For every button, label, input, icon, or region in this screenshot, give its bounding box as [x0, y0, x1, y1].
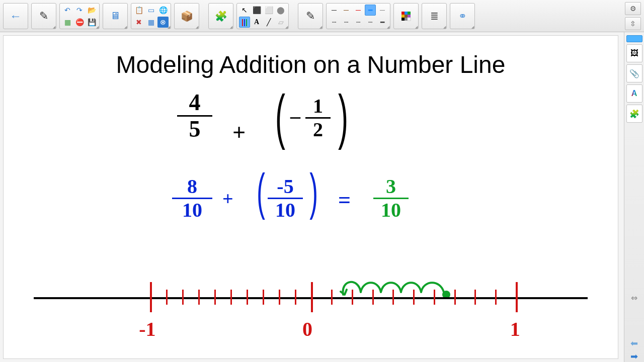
palette-panel: [393, 3, 419, 29]
svg-rect-2: [408, 12, 411, 15]
pen-panel: ✎: [31, 3, 56, 29]
svg-rect-5: [408, 15, 411, 18]
line-dash1-button[interactable]: ┄: [329, 17, 340, 28]
svg-rect-3: [401, 15, 405, 18]
page-title: Modeling Addition on a Number Line: [4, 51, 618, 78]
grn-den: 10: [373, 200, 409, 220]
display-panel: 🖥: [103, 3, 128, 29]
blu-f1-num: 8: [172, 176, 212, 197]
text-style-button[interactable]: A: [626, 84, 642, 103]
gallery-button[interactable]: 🖼: [626, 44, 642, 62]
open-button[interactable]: 📂: [86, 5, 97, 16]
pen-tool-button[interactable]: ✎: [34, 6, 54, 26]
line-thick-button[interactable]: ━: [377, 17, 388, 28]
line-dash2-button[interactable]: ┄: [341, 17, 352, 28]
blu-f2-den: 10: [268, 200, 303, 220]
teacher-display-button[interactable]: 🖥: [105, 6, 125, 26]
numline-neg1: -1: [139, 317, 155, 341]
toolbox-button[interactable]: 📦: [177, 6, 197, 26]
next-page-button[interactable]: ➡: [626, 351, 642, 362]
line-dash3-button[interactable]: ┄: [353, 17, 364, 28]
vertical-resize-button[interactable]: ⇳: [625, 17, 641, 30]
line-red-button[interactable]: ─: [353, 5, 364, 16]
align-button[interactable]: ≣: [424, 6, 444, 26]
svg-rect-0: [401, 12, 405, 15]
erase-area-button[interactable]: ▱: [275, 17, 286, 28]
clipboard-panel: 📋 ▭ 🌐 ✖ ▦ ⊗: [131, 3, 171, 29]
horizontal-resize-button[interactable]: ⇔: [626, 292, 642, 304]
new-page-button[interactable]: ▦: [62, 17, 73, 28]
eraser-large-button[interactable]: ⬤: [275, 5, 286, 16]
right-sidebar: 🖼 📎 A 🧩 ⇔ ⬅ ➡: [624, 32, 644, 362]
blk-plus: +: [232, 121, 246, 144]
blu-lparen: (: [257, 166, 265, 217]
grn-num: 3: [373, 176, 409, 197]
blu-f1-den: 10: [172, 200, 212, 220]
canvas[interactable]: Modeling Addition on a Number Line 4 5 +…: [3, 35, 618, 359]
tab-pages-button[interactable]: [626, 35, 642, 42]
pointer-button[interactable]: ↖: [239, 5, 250, 16]
color-palette-button[interactable]: [396, 6, 416, 26]
corner-controls: ⚙ ⇳: [625, 2, 642, 30]
table-button[interactable]: ▦: [145, 17, 156, 28]
select-object-button[interactable]: ⬛: [251, 5, 262, 16]
svg-rect-6: [401, 18, 405, 21]
cut-button[interactable]: ✖: [133, 17, 144, 28]
back-button[interactable]: ←: [6, 6, 26, 26]
blk-f1-num: 4: [177, 91, 212, 114]
attachments-button[interactable]: 📎: [626, 64, 642, 82]
blk-rparen: ): [338, 86, 348, 146]
stroke-style-button[interactable]: ✎: [300, 6, 320, 26]
close-button[interactable]: ⊗: [157, 17, 169, 28]
blu-f2-num: -5: [268, 176, 303, 197]
svg-rect-8: [408, 18, 411, 21]
line-grey-button[interactable]: ─: [377, 5, 388, 16]
select-panel: ↖ ⬛ ⬜ ⬤ ||| A ╱ ▱: [236, 3, 289, 29]
svg-rect-7: [405, 18, 408, 21]
line-cyan-button[interactable]: ━: [365, 5, 376, 16]
line-thin-button[interactable]: ─: [329, 5, 340, 16]
text-button[interactable]: A: [251, 17, 262, 28]
link-panel: ⚭: [450, 3, 475, 29]
svg-rect-1: [405, 12, 408, 15]
blk-neg: –: [290, 106, 300, 126]
line-brown-button[interactable]: ─: [341, 5, 352, 16]
lines-panel: ─ ─ ─ ━ ─ ┄ ┄ ┄ ┄ ━: [326, 3, 390, 29]
prev-page-button[interactable]: ⬅: [626, 338, 642, 349]
number-line: -1 0 1: [34, 297, 588, 299]
blu-plus: +: [222, 189, 233, 208]
numline-one: 1: [510, 317, 520, 341]
svg-rect-4: [405, 15, 408, 18]
box-panel: 📦: [174, 3, 199, 29]
blk-fi-num: 1: [305, 96, 331, 116]
addons-side-button[interactable]: 🧩: [626, 105, 642, 123]
web-button[interactable]: 🌐: [157, 5, 169, 16]
blu-rparen: ): [309, 166, 318, 217]
numline-zero: 0: [302, 317, 312, 341]
main-toolbar: ← ✎ ↶ ↷ 📂 ▦ ⛔ 💾 🖥 📋 ▭ 🌐 ✖ ▦ ⊗: [0, 0, 644, 32]
redo-button[interactable]: ↷: [74, 5, 85, 16]
file-panel: ↶ ↷ 📂 ▦ ⛔ 💾: [59, 3, 100, 29]
multipen-button[interactable]: |||: [239, 17, 250, 28]
undo-button[interactable]: ↶: [62, 5, 73, 16]
addons-panel: 🧩: [208, 3, 233, 29]
addons-button[interactable]: 🧩: [211, 6, 231, 26]
blk-fi-den: 2: [305, 120, 331, 140]
blk-f1-den: 5: [177, 118, 212, 141]
blk-lparen: (: [275, 86, 285, 146]
line-tool-button[interactable]: ╱: [263, 17, 274, 28]
stroke-panel: ✎: [298, 3, 323, 29]
line-dash4-button[interactable]: ┄: [365, 17, 376, 28]
screen-capture-button[interactable]: ▭: [145, 5, 156, 16]
eraser-small-button[interactable]: ⬜: [263, 5, 274, 16]
back-panel: ←: [3, 3, 28, 29]
align-panel: ≣: [422, 3, 447, 29]
link-button[interactable]: ⚭: [452, 6, 472, 26]
paste-button[interactable]: 📋: [133, 5, 144, 16]
delete-page-button[interactable]: ⛔: [74, 17, 85, 28]
save-button[interactable]: 💾: [86, 17, 97, 28]
blu-equals: =: [338, 189, 351, 211]
settings-button[interactable]: ⚙: [625, 2, 641, 15]
